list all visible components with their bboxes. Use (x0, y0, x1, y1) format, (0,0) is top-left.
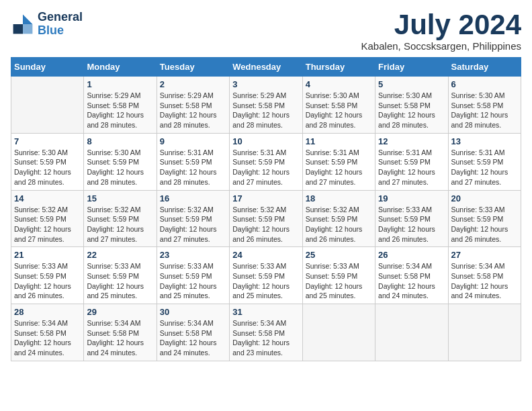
calendar-cell: 17Sunrise: 5:32 AMSunset: 5:59 PMDayligh… (230, 190, 302, 247)
day-number: 19 (378, 193, 445, 203)
week-row-3: 14Sunrise: 5:32 AMSunset: 5:59 PMDayligh… (11, 190, 521, 247)
day-number: 25 (306, 250, 372, 260)
day-number: 7 (14, 136, 81, 146)
day-number: 14 (14, 193, 81, 203)
day-info: Sunrise: 5:34 AMSunset: 5:58 PMDaylight:… (14, 318, 81, 358)
day-info: Sunrise: 5:33 AMSunset: 5:59 PMDaylight:… (306, 261, 372, 301)
location-subtitle: Kabalen, Soccsksargen, Philippines (361, 40, 521, 52)
weekday-header-wednesday: Wednesday (230, 58, 302, 77)
day-number: 8 (87, 136, 153, 146)
calendar-cell: 29Sunrise: 5:34 AMSunset: 5:58 PMDayligh… (84, 304, 157, 361)
day-number: 28 (14, 307, 81, 317)
day-info: Sunrise: 5:33 AMSunset: 5:59 PMDaylight:… (87, 261, 153, 301)
day-info: Sunrise: 5:32 AMSunset: 5:59 PMDaylight:… (306, 205, 372, 244)
week-row-2: 7Sunrise: 5:30 AMSunset: 5:59 PMDaylight… (11, 133, 521, 190)
day-info: Sunrise: 5:30 AMSunset: 5:58 PMDaylight:… (378, 91, 445, 130)
calendar-cell: 6Sunrise: 5:30 AMSunset: 5:58 PMDaylight… (448, 77, 521, 134)
day-info: Sunrise: 5:34 AMSunset: 5:58 PMDaylight:… (378, 261, 445, 301)
day-number: 21 (14, 250, 81, 260)
calendar-cell: 3Sunrise: 5:29 AMSunset: 5:58 PMDaylight… (230, 77, 302, 134)
day-number: 15 (87, 193, 153, 203)
day-number: 12 (378, 136, 445, 146)
day-number: 11 (306, 136, 372, 146)
day-info: Sunrise: 5:33 AMSunset: 5:59 PMDaylight:… (451, 205, 518, 244)
calendar-cell: 23Sunrise: 5:33 AMSunset: 5:59 PMDayligh… (157, 247, 229, 304)
day-info: Sunrise: 5:31 AMSunset: 5:59 PMDaylight:… (160, 148, 226, 187)
day-number: 31 (232, 307, 299, 317)
page-header: General Blue July 2024 Kabalen, Soccsksa… (11, 11, 521, 52)
calendar-cell: 19Sunrise: 5:33 AMSunset: 5:59 PMDayligh… (375, 190, 448, 247)
calendar-cell: 18Sunrise: 5:32 AMSunset: 5:59 PMDayligh… (302, 190, 375, 247)
calendar-cell: 9Sunrise: 5:31 AMSunset: 5:59 PMDaylight… (157, 133, 229, 190)
day-number: 3 (232, 79, 299, 89)
day-info: Sunrise: 5:34 AMSunset: 5:58 PMDaylight:… (160, 318, 226, 358)
week-row-5: 28Sunrise: 5:34 AMSunset: 5:58 PMDayligh… (11, 304, 521, 361)
day-number: 22 (87, 250, 153, 260)
day-number: 16 (160, 193, 226, 203)
day-number: 17 (232, 193, 299, 203)
calendar-cell: 27Sunrise: 5:34 AMSunset: 5:58 PMDayligh… (448, 247, 521, 304)
calendar-cell: 20Sunrise: 5:33 AMSunset: 5:59 PMDayligh… (448, 190, 521, 247)
calendar-cell: 16Sunrise: 5:32 AMSunset: 5:59 PMDayligh… (157, 190, 229, 247)
day-info: Sunrise: 5:34 AMSunset: 5:58 PMDaylight:… (451, 261, 518, 301)
day-number: 30 (160, 307, 226, 317)
day-number: 13 (451, 136, 518, 146)
calendar-cell (302, 304, 375, 361)
day-info: Sunrise: 5:31 AMSunset: 5:59 PMDaylight:… (232, 148, 299, 187)
day-info: Sunrise: 5:33 AMSunset: 5:59 PMDaylight:… (378, 205, 445, 244)
calendar-cell: 8Sunrise: 5:30 AMSunset: 5:59 PMDaylight… (84, 133, 157, 190)
day-number: 23 (160, 250, 226, 260)
calendar-cell: 14Sunrise: 5:32 AMSunset: 5:59 PMDayligh… (11, 190, 84, 247)
calendar-cell: 1Sunrise: 5:29 AMSunset: 5:58 PMDaylight… (84, 77, 157, 134)
day-info: Sunrise: 5:30 AMSunset: 5:59 PMDaylight:… (87, 148, 153, 187)
logo-icon (11, 12, 35, 36)
day-info: Sunrise: 5:31 AMSunset: 5:59 PMDaylight:… (451, 148, 518, 187)
day-info: Sunrise: 5:29 AMSunset: 5:58 PMDaylight:… (232, 91, 299, 130)
calendar-cell: 4Sunrise: 5:30 AMSunset: 5:58 PMDaylight… (302, 77, 375, 134)
calendar-table: SundayMondayTuesdayWednesdayThursdayFrid… (11, 57, 521, 361)
day-number: 2 (160, 79, 226, 89)
month-year-title: July 2024 (361, 11, 521, 39)
day-info: Sunrise: 5:30 AMSunset: 5:58 PMDaylight:… (306, 91, 372, 130)
weekday-header-tuesday: Tuesday (157, 58, 229, 77)
day-number: 24 (232, 250, 299, 260)
day-number: 26 (378, 250, 445, 260)
calendar-cell: 15Sunrise: 5:32 AMSunset: 5:59 PMDayligh… (84, 190, 157, 247)
day-info: Sunrise: 5:33 AMSunset: 5:59 PMDaylight:… (160, 261, 226, 301)
calendar-cell (375, 304, 448, 361)
day-info: Sunrise: 5:33 AMSunset: 5:59 PMDaylight:… (14, 261, 81, 301)
day-info: Sunrise: 5:32 AMSunset: 5:59 PMDaylight:… (232, 205, 299, 244)
day-info: Sunrise: 5:29 AMSunset: 5:58 PMDaylight:… (87, 91, 153, 130)
calendar-cell: 5Sunrise: 5:30 AMSunset: 5:58 PMDaylight… (375, 77, 448, 134)
calendar-cell: 31Sunrise: 5:34 AMSunset: 5:58 PMDayligh… (230, 304, 302, 361)
calendar-cell: 12Sunrise: 5:31 AMSunset: 5:59 PMDayligh… (375, 133, 448, 190)
day-info: Sunrise: 5:32 AMSunset: 5:59 PMDaylight:… (87, 205, 153, 244)
calendar-cell (448, 304, 521, 361)
calendar-cell: 21Sunrise: 5:33 AMSunset: 5:59 PMDayligh… (11, 247, 84, 304)
calendar-cell: 26Sunrise: 5:34 AMSunset: 5:58 PMDayligh… (375, 247, 448, 304)
logo-text: General Blue (38, 11, 83, 38)
day-number: 27 (451, 250, 518, 260)
title-block: July 2024 Kabalen, Soccsksargen, Philipp… (361, 11, 521, 52)
day-number: 10 (232, 136, 299, 146)
day-info: Sunrise: 5:30 AMSunset: 5:59 PMDaylight:… (14, 148, 81, 187)
day-info: Sunrise: 5:33 AMSunset: 5:59 PMDaylight:… (232, 261, 299, 301)
svg-marker-2 (13, 24, 23, 34)
day-number: 4 (306, 79, 372, 89)
weekday-header-thursday: Thursday (302, 58, 375, 77)
calendar-cell: 11Sunrise: 5:31 AMSunset: 5:59 PMDayligh… (302, 133, 375, 190)
calendar-cell: 22Sunrise: 5:33 AMSunset: 5:59 PMDayligh… (84, 247, 157, 304)
calendar-cell (11, 77, 84, 134)
weekday-header-saturday: Saturday (448, 58, 521, 77)
weekday-header-monday: Monday (84, 58, 157, 77)
weekday-header-sunday: Sunday (11, 58, 84, 77)
calendar-cell: 2Sunrise: 5:29 AMSunset: 5:58 PMDaylight… (157, 77, 229, 134)
calendar-cell: 30Sunrise: 5:34 AMSunset: 5:58 PMDayligh… (157, 304, 229, 361)
day-number: 6 (451, 79, 518, 89)
calendar-cell: 25Sunrise: 5:33 AMSunset: 5:59 PMDayligh… (302, 247, 375, 304)
day-info: Sunrise: 5:34 AMSunset: 5:58 PMDaylight:… (87, 318, 153, 358)
day-info: Sunrise: 5:34 AMSunset: 5:58 PMDaylight:… (232, 318, 299, 358)
calendar-cell: 10Sunrise: 5:31 AMSunset: 5:59 PMDayligh… (230, 133, 302, 190)
day-number: 18 (306, 193, 372, 203)
calendar-cell: 7Sunrise: 5:30 AMSunset: 5:59 PMDaylight… (11, 133, 84, 190)
